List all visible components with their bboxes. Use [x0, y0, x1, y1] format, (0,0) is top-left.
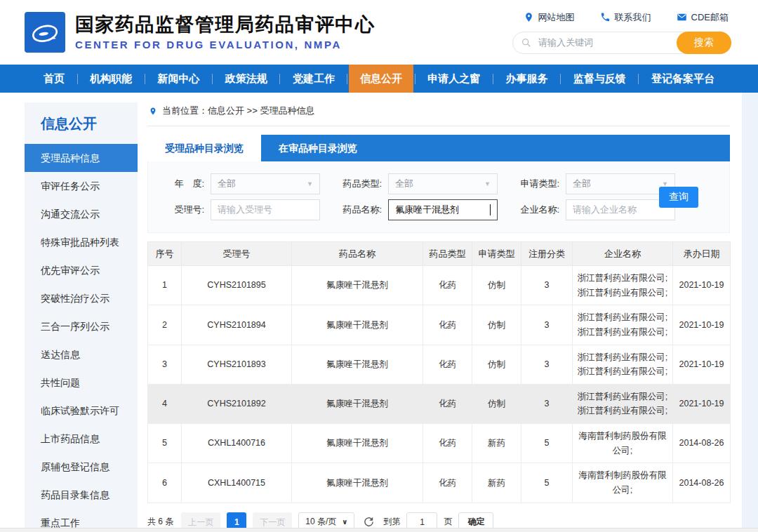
main-content: 当前位置：信息公开 >> 受理品种信息 受理品种目录浏览在审品种目录浏览 年 度…: [147, 102, 730, 528]
sidebar-item-临床试验默示许可[interactable]: 临床试验默示许可: [25, 397, 138, 425]
tab-受理品种目录浏览[interactable]: 受理品种目录浏览: [147, 135, 261, 161]
sidebar-item-送达信息[interactable]: 送达信息: [25, 340, 138, 368]
table-cell: CYHS2101892: [182, 384, 292, 423]
refresh-icon[interactable]: [363, 516, 375, 528]
column-header-药品类型: 药品类型: [423, 242, 472, 266]
table-cell: 3: [521, 266, 573, 305]
page-right-edge: [742, 93, 758, 528]
table-cell: 3: [148, 345, 182, 384]
table-cell: 海南普利制药股份有限公司;: [573, 424, 673, 463]
goto-unit: 页: [444, 516, 452, 528]
nav-item-机构职能[interactable]: 机构职能: [79, 65, 143, 93]
sidebar-item-上市药品信息[interactable]: 上市药品信息: [25, 425, 138, 453]
table-cell: 氟康唑干混悬剂: [292, 384, 423, 423]
search-icon: [521, 37, 532, 48]
table-row-4[interactable]: 4CYHS2101892氟康唑干混悬剂化药仿制3浙江普利药业有限公司;浙江普利药…: [148, 384, 731, 423]
goto-label: 到第: [383, 516, 400, 528]
quicklink-网站地图[interactable]: 网站地图: [524, 11, 575, 24]
site-search-button[interactable]: 搜索: [677, 32, 731, 54]
table-cell: 化药: [423, 384, 472, 423]
breadcrumb-text: 当前位置：信息公开 >> 受理品种信息: [162, 105, 314, 117]
sidebar-item-三合一序列公示[interactable]: 三合一序列公示: [25, 312, 138, 340]
cde-logo[interactable]: [25, 12, 65, 53]
text-cursor: [490, 204, 491, 215]
sidebar-item-突破性治疗公示[interactable]: 突破性治疗公示: [25, 284, 138, 312]
quicklink-CDE邮箱[interactable]: CDE邮箱: [677, 11, 729, 24]
column-header-承办日期: 承办日期: [673, 242, 731, 266]
nav-divider: [279, 74, 280, 84]
filter-panel: 年 度:全部▼药品类型:全部▼申请类型:全部▼受理号:请输入受理号药品名称:氟康…: [147, 161, 730, 233]
table-cell: 2014-08-26: [673, 424, 731, 463]
sidebar-item-受理品种信息[interactable]: 受理品种信息: [25, 144, 138, 172]
table-cell: 3: [521, 384, 573, 423]
table-cell: 5: [521, 424, 573, 463]
acceptance-no-input[interactable]: 请输入受理号: [211, 199, 320, 220]
table-cell: 氟康唑干混悬剂: [292, 266, 423, 305]
nav-item-办事服务[interactable]: 办事服务: [495, 65, 559, 93]
nav-item-党建工作[interactable]: 党建工作: [281, 65, 346, 93]
table-cell: 氟康唑干混悬剂: [292, 345, 423, 384]
year-select[interactable]: 全部▼: [211, 173, 320, 194]
filter-row-1: 年 度:全部▼药品类型:全部▼申请类型:全部▼: [158, 173, 719, 194]
brand: 国家药品监督管理局药品审评中心 CENTER FOR DRUG EVALUATI…: [25, 12, 375, 53]
filter-row-2: 受理号:请输入受理号药品名称:氟康唑干混悬剂企业名称:请输入企业名称: [158, 199, 719, 220]
company-name-input-group: 企业名称:请输入企业名称: [513, 199, 675, 220]
drug-type-select[interactable]: 全部▼: [388, 173, 498, 194]
table-row-5[interactable]: 5CXHL1400716氟康唑干混悬剂化药新药5海南普利制药股份有限公司;201…: [148, 424, 731, 463]
table-cell: 仿制: [472, 345, 521, 384]
quicklink-label: 联系我们: [615, 11, 651, 24]
column-header-受理号: 受理号: [182, 242, 292, 266]
sidebar-item-原辅包登记信息[interactable]: 原辅包登记信息: [25, 453, 138, 481]
table-row-6[interactable]: 6CXHL1400715氟康唑干混悬剂化药新药5海南普利制药股份有限公司;201…: [148, 463, 731, 503]
acceptance-no-input-label: 受理号:: [158, 204, 204, 216]
table-header-row: 序号受理号药品名称药品类型申请类型注册分类企业名称承办日期: [148, 242, 731, 266]
table-cell: 海南普利制药股份有限公司;: [573, 463, 673, 503]
table-cell: CXHL1400715: [182, 463, 292, 503]
nav-divider: [493, 74, 493, 84]
table-row-2[interactable]: 2CYHS2101894氟康唑干混悬剂化药仿制3浙江普利药业有限公司;浙江普利药…: [148, 305, 731, 345]
column-header-注册分类: 注册分类: [521, 242, 573, 266]
drug-name-input[interactable]: 氟康唑干混悬剂: [388, 199, 498, 220]
sidebar-item-共性问题[interactable]: 共性问题: [25, 368, 138, 397]
quicklink-联系我们[interactable]: 联系我们: [600, 11, 651, 24]
page-bottom-scrollbar[interactable]: [0, 528, 758, 532]
drug-type-select-value: 全部: [395, 178, 413, 190]
table-cell: 化药: [423, 345, 472, 384]
nav-item-监督与反馈[interactable]: 监督与反馈: [562, 65, 637, 93]
table-row-1[interactable]: 1CYHS2101895氟康唑干混悬剂化药仿制3浙江普利药业有限公司;浙江普利药…: [148, 266, 731, 305]
chevron-down-icon: ∨: [342, 518, 347, 526]
sidebar-item-特殊审批品种列表[interactable]: 特殊审批品种列表: [25, 228, 138, 256]
main-nav: 首页机构职能新闻中心政策法规党建工作信息公开申请人之窗办事服务监督与反馈登记备案…: [0, 65, 758, 93]
year-select-value: 全部: [218, 178, 236, 190]
sidebar-item-重点工作[interactable]: 重点工作: [25, 509, 138, 528]
results-table: 序号受理号药品名称药品类型申请类型注册分类企业名称承办日期 1CYHS21018…: [147, 241, 731, 503]
sidebar-item-沟通交流公示[interactable]: 沟通交流公示: [25, 200, 138, 228]
drug-type-select-group: 药品类型:全部▼: [335, 173, 498, 194]
nav-item-政策法规[interactable]: 政策法规: [214, 65, 279, 93]
table-cell: 新药: [472, 463, 521, 503]
query-button[interactable]: 查询: [659, 187, 698, 208]
nav-item-首页[interactable]: 首页: [32, 65, 76, 93]
table-cell: 仿制: [472, 305, 521, 345]
nav-item-登记备案平台[interactable]: 登记备案平台: [640, 65, 726, 93]
apply-type-select-group: 申请类型:全部▼: [513, 173, 675, 194]
table-cell: 2021-10-19: [673, 345, 731, 384]
brand-titles: 国家药品监督管理局药品审评中心 CENTER FOR DRUG EVALUATI…: [75, 14, 375, 51]
nav-divider: [145, 74, 145, 84]
tab-在审品种目录浏览[interactable]: 在审品种目录浏览: [261, 135, 375, 161]
nav-item-信息公开[interactable]: 信息公开: [349, 65, 413, 93]
mail-icon: [677, 12, 687, 22]
map-pin-icon: [524, 12, 534, 22]
table-cell: 氟康唑干混悬剂: [292, 463, 423, 503]
table-row-3[interactable]: 3CYHS2101893氟康唑干混悬剂化药仿制3浙江普利药业有限公司;浙江普利药…: [148, 345, 731, 384]
nav-divider: [212, 74, 213, 84]
sidebar-item-药品目录集信息[interactable]: 药品目录集信息: [25, 481, 138, 509]
nav-item-申请人之窗[interactable]: 申请人之窗: [416, 65, 491, 93]
nav-item-新闻中心[interactable]: 新闻中心: [146, 65, 211, 93]
nav-divider: [77, 74, 78, 84]
sidebar-item-审评任务公示[interactable]: 审评任务公示: [25, 172, 138, 200]
year-select-group: 年 度:全部▼: [158, 173, 320, 194]
nav-divider: [560, 74, 561, 84]
table-cell: 氟康唑干混悬剂: [292, 424, 423, 463]
sidebar-item-优先审评公示[interactable]: 优先审评公示: [25, 256, 138, 284]
